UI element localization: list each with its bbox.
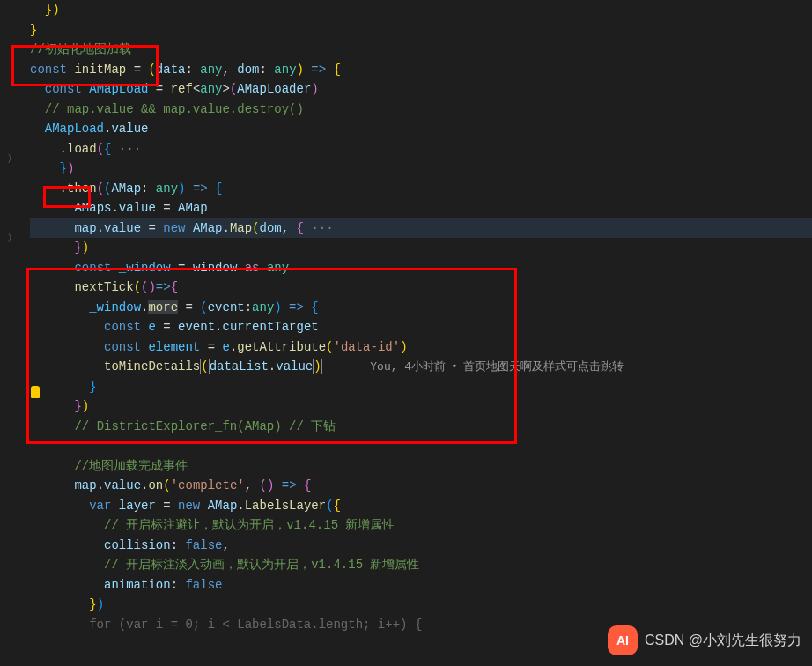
ai-badge-icon: AI (608, 625, 638, 655)
code-line: .then((AMap: any) => { (30, 179, 812, 199)
code-line (30, 436, 812, 456)
code-line: const _window = window as any (30, 258, 812, 278)
code-line: toMineDetails(dataList.value) You, 4小时前•… (30, 357, 812, 377)
code-line: map.value = new AMap.Map(dom, { ··· (30, 218, 812, 239)
code-line: // 开启标注避让，默认为开启，v1.4.15 新增属性 (30, 515, 812, 536)
code-line: AMapLoad.value (30, 119, 812, 139)
code-line: }) (30, 595, 812, 615)
code-line: var layer = new AMap.LabelsLayer({ (30, 496, 812, 516)
watermark: AI CSDN @小刘先生很努力 (608, 625, 801, 655)
code-area[interactable]: }) } //初始化地图加载 const initMap = (data: an… (26, 0, 812, 666)
code-line: }) (30, 159, 812, 179)
code-line: nextTick(()=>{ (30, 278, 812, 298)
code-line: const initMap = (data: any, dom: any) =>… (30, 60, 812, 80)
code-line: // DistrictExplorer_fn(AMap) // 下钻 (30, 417, 812, 437)
code-line: const AMapLoad = ref<any>(AMapLoader) (30, 79, 812, 100)
code-line: collision: false, (30, 536, 812, 556)
gutter: 〉 〉 (0, 0, 26, 666)
code-editor: 〉 〉 }) } //初始化地图加载 const initMap = (data… (0, 0, 812, 666)
code-line: //初始化地图加载 (30, 40, 812, 60)
code-line: animation: false (30, 575, 812, 596)
code-line: // 开启标注淡入动画，默认为开启，v1.4.15 新增属性 (30, 555, 812, 575)
code-line: AMaps.value = AMap (30, 198, 812, 218)
lightbulb-icon[interactable] (31, 386, 40, 398)
code-line: map.value.on('complete', () => { (30, 476, 812, 496)
code-line: const element = e.getAttribute('data-id'… (30, 337, 812, 358)
code-line: _window.more = (event:any) => { (30, 298, 812, 318)
git-blame-annotation[interactable]: You, 4小时前•首页地图天啊及样式可点击跳转 (322, 360, 624, 374)
code-line: } (30, 20, 812, 41)
code-line: .load({ ··· (30, 139, 812, 159)
code-line: const e = event.currentTarget (30, 317, 812, 337)
code-line: //地图加载完成事件 (30, 456, 812, 477)
code-line: } (30, 377, 812, 397)
fold-arrow-icon[interactable]: 〉 (7, 152, 18, 166)
code-line: }) (30, 396, 812, 417)
code-line: }) (30, 238, 812, 258)
fold-arrow-icon[interactable]: 〉 (7, 231, 18, 246)
code-line: }) (30, 0, 812, 20)
code-line: // map.value && map.value.destroy() (30, 100, 812, 120)
